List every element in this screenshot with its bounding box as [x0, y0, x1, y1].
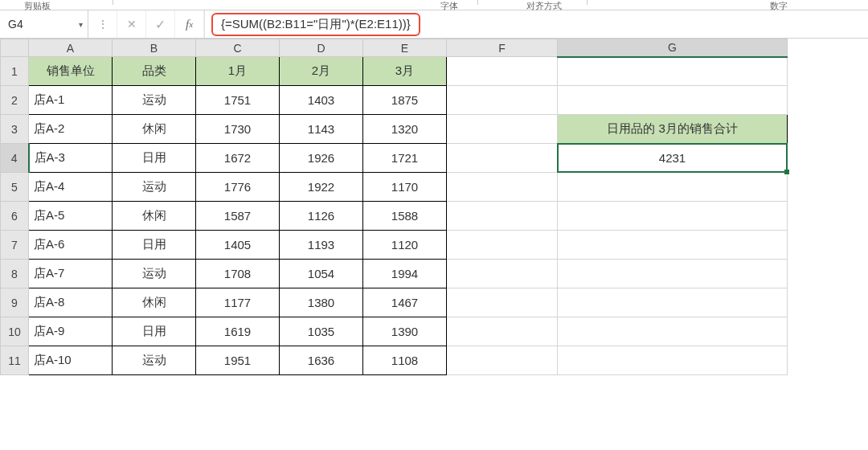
cell-A2[interactable]: 店A-1 [29, 86, 113, 115]
cell-G5[interactable] [558, 173, 788, 202]
spreadsheet-grid[interactable]: A B C D E F G 1 销售单位 品类 1月 2月 3月 2 店A-1 … [0, 39, 788, 375]
cell-E11[interactable]: 1108 [363, 346, 447, 375]
cell-E6[interactable]: 1588 [363, 202, 447, 231]
row-header[interactable]: 4 [1, 144, 29, 173]
select-all-corner[interactable] [1, 39, 29, 57]
cell-A7[interactable]: 店A-6 [29, 231, 113, 260]
row-header[interactable]: 2 [1, 86, 29, 115]
cell-A8[interactable]: 店A-7 [29, 260, 113, 288]
col-header-A[interactable]: A [29, 39, 113, 57]
col-header-G[interactable]: G [558, 39, 788, 57]
col-header-C[interactable]: C [196, 39, 280, 57]
cell-A3[interactable]: 店A-2 [29, 115, 113, 144]
cell-D3[interactable]: 1143 [280, 115, 363, 144]
cell-D9[interactable]: 1380 [280, 288, 363, 317]
cell-G3[interactable]: 日用品的 3月的销售合计 [558, 115, 788, 144]
cell-A4[interactable]: 店A-3 [29, 144, 113, 173]
row-header[interactable]: 7 [1, 231, 29, 260]
cell-B4[interactable]: 日用 [113, 144, 196, 173]
row-header[interactable]: 5 [1, 173, 29, 202]
cell-B10[interactable]: 日用 [113, 317, 196, 346]
cell-F9[interactable] [447, 288, 558, 317]
cell-D2[interactable]: 1403 [280, 86, 363, 115]
cell-B1[interactable]: 品类 [113, 57, 196, 86]
cell-A5[interactable]: 店A-4 [29, 173, 113, 202]
cell-D8[interactable]: 1054 [280, 260, 363, 288]
cell-C6[interactable]: 1587 [196, 202, 280, 231]
cell-F10[interactable] [447, 317, 558, 346]
cell-G2[interactable] [558, 86, 788, 115]
cell-F2[interactable] [447, 86, 558, 115]
cell-G9[interactable] [558, 288, 788, 317]
cell-E5[interactable]: 1170 [363, 173, 447, 202]
cell-B9[interactable]: 休闲 [113, 288, 196, 317]
cell-E9[interactable]: 1467 [363, 288, 447, 317]
cell-C9[interactable]: 1177 [196, 288, 280, 317]
cell-C2[interactable]: 1751 [196, 86, 280, 115]
col-header-B[interactable]: B [113, 39, 196, 57]
cell-B3[interactable]: 休闲 [113, 115, 196, 144]
cell-C3[interactable]: 1730 [196, 115, 280, 144]
cell-D1[interactable]: 2月 [280, 57, 363, 86]
fx-icon[interactable]: fx [175, 10, 204, 38]
row-header[interactable]: 8 [1, 260, 29, 288]
row-header[interactable]: 9 [1, 288, 29, 317]
cell-F1[interactable] [447, 57, 558, 86]
cell-F8[interactable] [447, 260, 558, 288]
cell-G10[interactable] [558, 317, 788, 346]
cell-G7[interactable] [558, 231, 788, 260]
cell-G11[interactable] [558, 346, 788, 375]
cell-C11[interactable]: 1951 [196, 346, 280, 375]
cell-E1[interactable]: 3月 [363, 57, 447, 86]
cell-A6[interactable]: 店A-5 [29, 202, 113, 231]
cell-C1[interactable]: 1月 [196, 57, 280, 86]
cell-B7[interactable]: 日用 [113, 231, 196, 260]
cell-G8[interactable] [558, 260, 788, 288]
formula-input[interactable]: {=SUM((B2:B11="日用")*(E2:E11))} [205, 10, 868, 38]
cell-F5[interactable] [447, 173, 558, 202]
cell-F11[interactable] [447, 346, 558, 375]
cell-G6[interactable] [558, 202, 788, 231]
cell-A9[interactable]: 店A-8 [29, 288, 113, 317]
row-header[interactable]: 1 [1, 57, 29, 86]
cell-A10[interactable]: 店A-9 [29, 317, 113, 346]
cell-B8[interactable]: 运动 [113, 260, 196, 288]
cell-E7[interactable]: 1120 [363, 231, 447, 260]
cell-G1[interactable] [558, 57, 788, 86]
name-box[interactable]: G4 ▾ [0, 10, 88, 38]
col-header-D[interactable]: D [280, 39, 363, 57]
cell-F3[interactable] [447, 115, 558, 144]
row-header[interactable]: 3 [1, 115, 29, 144]
more-icon[interactable]: ⋮ [88, 10, 117, 38]
cell-C10[interactable]: 1619 [196, 317, 280, 346]
cell-A1[interactable]: 销售单位 [29, 57, 113, 86]
col-header-F[interactable]: F [447, 39, 558, 57]
cell-C4[interactable]: 1672 [196, 144, 280, 173]
cell-D11[interactable]: 1636 [280, 346, 363, 375]
cell-F6[interactable] [447, 202, 558, 231]
cell-D10[interactable]: 1035 [280, 317, 363, 346]
cell-E8[interactable]: 1994 [363, 260, 447, 288]
cell-E4[interactable]: 1721 [363, 144, 447, 173]
cell-D4[interactable]: 1926 [280, 144, 363, 173]
cell-A11[interactable]: 店A-10 [29, 346, 113, 375]
cell-F4[interactable] [447, 144, 558, 173]
col-header-E[interactable]: E [363, 39, 447, 57]
cell-C5[interactable]: 1776 [196, 173, 280, 202]
enter-icon[interactable]: ✓ [146, 10, 175, 38]
cell-E2[interactable]: 1875 [363, 86, 447, 115]
row-header[interactable]: 11 [1, 346, 29, 375]
cell-B6[interactable]: 休闲 [113, 202, 196, 231]
cell-D7[interactable]: 1193 [280, 231, 363, 260]
cell-B5[interactable]: 运动 [113, 173, 196, 202]
row-header[interactable]: 10 [1, 317, 29, 346]
cell-C7[interactable]: 1405 [196, 231, 280, 260]
cell-E10[interactable]: 1390 [363, 317, 447, 346]
cancel-icon[interactable]: ✕ [117, 10, 146, 38]
cell-C8[interactable]: 1708 [196, 260, 280, 288]
cell-D5[interactable]: 1922 [280, 173, 363, 202]
cell-F7[interactable] [447, 231, 558, 260]
cell-B11[interactable]: 运动 [113, 346, 196, 375]
chevron-down-icon[interactable]: ▾ [79, 20, 83, 29]
cell-B2[interactable]: 运动 [113, 86, 196, 115]
